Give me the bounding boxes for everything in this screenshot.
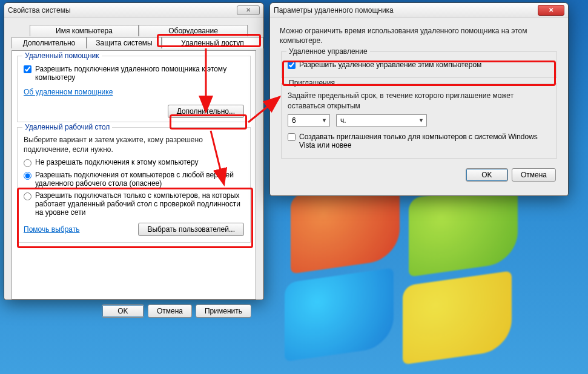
rdp-option-nla[interactable]: Разрешить подключаться только с компьюте… xyxy=(24,191,244,217)
rdp-option-any[interactable]: Разрешать подключения от компьютеров с л… xyxy=(24,171,244,188)
group-remote-assistant: Удаленный помощник Разрешить подключения… xyxy=(17,56,251,122)
invite-duration-value: 6 xyxy=(292,116,296,125)
chevron-down-icon: ▼ xyxy=(322,117,327,123)
titlebar[interactable]: Свойства системы ✕ xyxy=(4,3,263,18)
vista-only-label: Создавать приглашения только для компьют… xyxy=(299,133,550,149)
intro-text: Можно ограничить время использования уда… xyxy=(280,26,558,45)
ok-button[interactable]: OK xyxy=(102,304,144,318)
allow-remote-assist-checkbox[interactable]: Разрешить подключения удаленного помощни… xyxy=(24,65,244,82)
rdp-instruction: Выберите вариант и затем укажите, кому р… xyxy=(24,135,244,154)
dialog-buttons: OK Отмена xyxy=(276,163,562,186)
group-legend: Удаленное управление xyxy=(286,47,370,56)
apply-button[interactable]: Применить xyxy=(196,304,251,318)
group-invitations: Приглашения Задайте предельный срок, в т… xyxy=(281,83,557,158)
close-button[interactable]: ✕ xyxy=(538,5,564,16)
allow-remote-control-input[interactable] xyxy=(288,61,296,69)
allow-remote-assist-input[interactable] xyxy=(24,65,31,73)
close-button[interactable]: ✕ xyxy=(237,5,260,15)
tab-hardware[interactable]: Оборудование xyxy=(139,25,248,36)
ok-button[interactable]: OK xyxy=(466,168,508,182)
system-properties-window: Свойства системы ✕ Имя компьютера Оборуд… xyxy=(4,2,264,300)
invite-unit-select[interactable]: ч. ▼ xyxy=(336,114,427,126)
tab-computer-name[interactable]: Имя компьютера xyxy=(30,25,139,36)
invite-unit-value: ч. xyxy=(340,116,346,125)
group-legend: Удаленный рабочий стол xyxy=(22,123,112,131)
rdp-radio-any[interactable] xyxy=(24,172,31,180)
group-remote-control: Удаленное управление Разрешить удаленное… xyxy=(281,51,557,78)
group-legend: Приглашения xyxy=(286,79,337,87)
invite-instruction: Задайте предельный срок, в течение котор… xyxy=(288,91,550,110)
vista-only-checkbox[interactable]: Создавать приглашения только для компьют… xyxy=(288,133,550,149)
cancel-button[interactable]: Отмена xyxy=(148,304,192,318)
window-title: Параметры удаленного помощника xyxy=(274,6,538,15)
rdp-option-any-label: Разрешать подключения от компьютеров с л… xyxy=(35,171,244,188)
dialog-buttons: OK Отмена Применить xyxy=(10,300,257,323)
allow-remote-control-checkbox[interactable]: Разрешить удаленное управление этим комп… xyxy=(288,61,550,69)
rdp-radio-none[interactable] xyxy=(24,159,31,167)
chevron-down-icon: ▼ xyxy=(418,117,424,123)
rdp-radio-nla[interactable] xyxy=(24,192,31,200)
titlebar[interactable]: Параметры удаленного помощника ✕ xyxy=(270,3,568,18)
rdp-option-none[interactable]: Не разрешать подключения к этому компьют… xyxy=(24,158,244,167)
remote-assistant-params-window: Параметры удаленного помощника ✕ Можно о… xyxy=(269,2,569,196)
allow-remote-assist-label: Разрешить подключения удаленного помощни… xyxy=(35,65,244,82)
rdp-option-nla-label: Разрешить подключаться только с компьюте… xyxy=(35,191,244,217)
window-title: Свойства системы xyxy=(8,6,237,15)
tab-system-protection[interactable]: Защита системы xyxy=(87,37,162,48)
vista-only-input[interactable] xyxy=(288,133,296,141)
select-users-button[interactable]: Выбрать пользователей... xyxy=(138,223,244,236)
cancel-button[interactable]: Отмена xyxy=(512,168,556,182)
windows-logo xyxy=(291,188,545,374)
help-choose-link[interactable]: Помочь выбрать xyxy=(24,225,80,234)
tabs: Имя компьютера Оборудование Дополнительн… xyxy=(12,25,256,50)
tab-advanced[interactable]: Дополнительно xyxy=(12,37,87,48)
allow-remote-control-label: Разрешить удаленное управление этим комп… xyxy=(299,61,481,69)
tab-remote-access[interactable]: Удаленный доступ xyxy=(162,37,263,48)
group-legend: Удаленный помощник xyxy=(22,51,102,60)
invite-duration-select[interactable]: 6 ▼ xyxy=(288,114,330,126)
group-remote-desktop: Удаленный рабочий стол Выберите вариант … xyxy=(17,127,251,243)
rdp-option-none-label: Не разрешать подключения к этому компьют… xyxy=(35,158,199,166)
advanced-button[interactable]: Дополнительно... xyxy=(168,105,244,118)
about-remote-assist-link[interactable]: Об удаленном помощнике xyxy=(24,88,113,96)
